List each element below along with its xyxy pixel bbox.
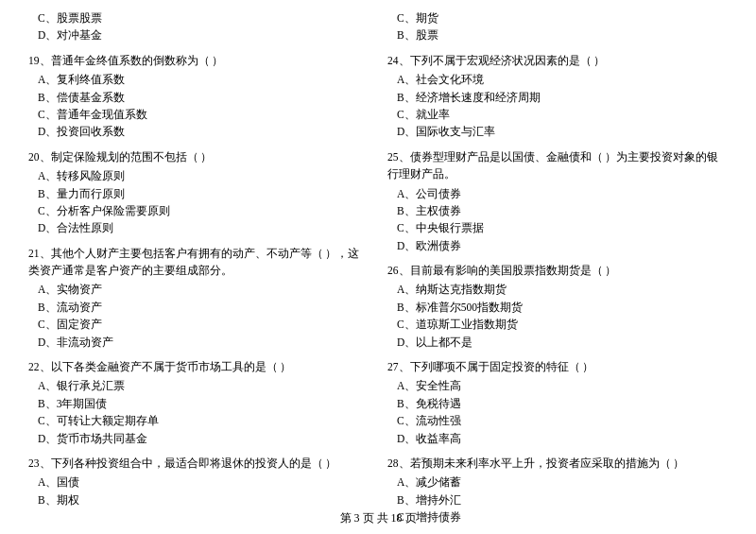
- question-title: 21、其他个人财产主要包括客户有拥有的动产、不动产等（ ），这类资产通常是客户资…: [28, 245, 369, 280]
- question-block: 27、下列哪项不属于固定投资的特征（ ）A、安全性高B、免税待遇C、流动性强D、…: [387, 358, 728, 447]
- question-option: B、流动资产: [28, 299, 369, 316]
- question-option: B、标准普尔500指数期货: [387, 299, 728, 316]
- question-option: D、货币市场共同基金: [28, 430, 369, 447]
- question-option: D、收益率高: [387, 430, 728, 447]
- right-column: C、期货B、股票24、下列不属于宏观经济状况因素的是（ ）A、社会文化环境B、经…: [387, 9, 728, 534]
- question-block: 26、目前最有影响的美国股票指数期货是（ ）A、纳斯达克指数期货B、标准普尔50…: [387, 262, 728, 351]
- question-block: 21、其他个人财产主要包括客户有拥有的动产、不动产等（ ），这类资产通常是客户资…: [28, 245, 369, 351]
- question-block: 23、下列各种投资组合中，最适合即将退休的投资人的是（ ）A、国债B、期权: [28, 455, 369, 508]
- question-option: D、非流动资产: [28, 334, 369, 351]
- question-option: D、对冲基金: [28, 26, 369, 43]
- question-title: 28、若预期未来利率水平上升，投资者应采取的措施为（ ）: [387, 455, 728, 472]
- question-option: B、经济增长速度和经济周期: [387, 89, 728, 106]
- question-option: B、主权债券: [387, 202, 728, 219]
- question-option: B、偿债基金系数: [28, 89, 369, 106]
- question-block: 25、债券型理财产品是以国债、金融债和（ ）为主要投资对象的银行理财产品。A、公…: [387, 148, 728, 254]
- question-block: 19、普通年金终值系数的倒数称为（ ）A、复利终值系数B、偿债基金系数C、普通年…: [28, 52, 369, 141]
- question-option: C、期货: [387, 9, 728, 26]
- question-block: C、股票股票D、对冲基金: [28, 9, 369, 44]
- question-title: 27、下列哪项不属于固定投资的特征（ ）: [387, 358, 728, 375]
- question-option: A、减少储蓄: [387, 474, 728, 491]
- question-option: C、股票股票: [28, 9, 369, 26]
- question-option: D、投资回收系数: [28, 123, 369, 140]
- question-option: A、国债: [28, 474, 369, 491]
- two-column-layout: C、股票股票D、对冲基金19、普通年金终值系数的倒数称为（ ）A、复利终值系数B…: [28, 9, 728, 534]
- question-option: B、期权: [28, 491, 369, 508]
- question-option: B、免税待遇: [387, 395, 728, 412]
- question-block: 24、下列不属于宏观经济状况因素的是（ ）A、社会文化环境B、经济增长速度和经济…: [387, 52, 728, 141]
- question-option: A、转移风险原则: [28, 167, 369, 184]
- question-option: C、道琼斯工业指数期货: [387, 316, 728, 333]
- left-column: C、股票股票D、对冲基金19、普通年金终值系数的倒数称为（ ）A、复利终值系数B…: [28, 9, 369, 534]
- question-block: C、期货B、股票: [387, 9, 728, 44]
- question-block: 20、制定保险规划的范围不包括（ ）A、转移风险原则B、量力而行原则C、分析客户…: [28, 148, 369, 237]
- question-title: 22、以下各类金融资产不属于货币市场工具的是（ ）: [28, 358, 369, 375]
- question-option: C、就业率: [387, 106, 728, 123]
- question-title: 25、债券型理财产品是以国债、金融债和（ ）为主要投资对象的银行理财产品。: [387, 148, 728, 183]
- question-title: 23、下列各种投资组合中，最适合即将退休的投资人的是（ ）: [28, 455, 369, 472]
- question-block: 22、以下各类金融资产不属于货币市场工具的是（ ）A、银行承兑汇票B、3年期国债…: [28, 358, 369, 447]
- question-option: D、国际收支与汇率: [387, 123, 728, 140]
- question-option: A、安全性高: [387, 377, 728, 394]
- page-footer: 第 3 页 共 18 页: [0, 510, 756, 526]
- question-option: C、流动性强: [387, 412, 728, 429]
- question-option: D、以上都不是: [387, 334, 728, 351]
- question-option: B、量力而行原则: [28, 185, 369, 202]
- question-option: D、欧洲债券: [387, 237, 728, 254]
- question-option: B、增持外汇: [387, 491, 728, 508]
- question-title: 20、制定保险规划的范围不包括（ ）: [28, 148, 369, 165]
- question-option: C、分析客户保险需要原则: [28, 202, 369, 219]
- question-option: D、合法性原则: [28, 219, 369, 236]
- question-title: 24、下列不属于宏观经济状况因素的是（ ）: [387, 52, 728, 69]
- question-option: A、公司债券: [387, 185, 728, 202]
- question-option: A、复利终值系数: [28, 71, 369, 88]
- question-title: 26、目前最有影响的美国股票指数期货是（ ）: [387, 262, 728, 279]
- question-option: B、股票: [387, 26, 728, 43]
- page-number: 第 3 页 共 18 页: [340, 511, 417, 525]
- question-option: A、银行承兑汇票: [28, 377, 369, 394]
- question-option: C、中央银行票据: [387, 219, 728, 236]
- exam-page: C、股票股票D、对冲基金19、普通年金终值系数的倒数称为（ ）A、复利终值系数B…: [0, 0, 756, 534]
- question-option: A、社会文化环境: [387, 71, 728, 88]
- question-title: 19、普通年金终值系数的倒数称为（ ）: [28, 52, 369, 69]
- question-option: A、实物资产: [28, 281, 369, 298]
- question-option: C、固定资产: [28, 316, 369, 333]
- question-option: B、3年期国债: [28, 395, 369, 412]
- question-option: A、纳斯达克指数期货: [387, 281, 728, 298]
- question-option: C、普通年金现值系数: [28, 106, 369, 123]
- question-option: C、可转让大额定期存单: [28, 412, 369, 429]
